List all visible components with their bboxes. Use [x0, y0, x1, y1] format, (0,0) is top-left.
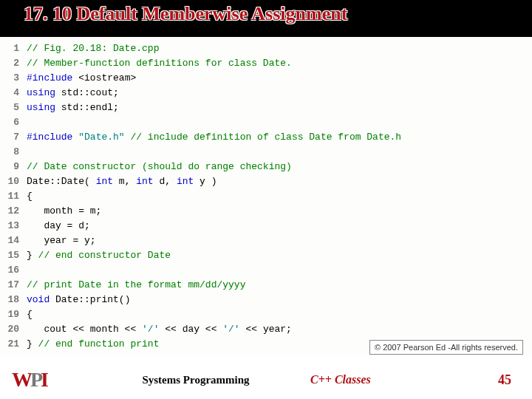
code-source: // Fig. 20.18: Date.cpp — [27, 41, 401, 56]
code-line: 12 month = m; — [0, 204, 401, 219]
code-line: 5using std::endl; — [0, 100, 401, 115]
code-line: 21} // end function print — [0, 337, 401, 352]
line-number: 11 — [0, 189, 27, 204]
code-line: 14 year = y; — [0, 233, 401, 248]
code-line: 11{ — [0, 189, 401, 204]
line-number: 13 — [0, 219, 27, 233]
code-line: 18void Date::print() — [0, 293, 401, 307]
line-number: 6 — [0, 115, 27, 130]
code-line: 17// print Date in the format mm/dd/yyyy — [0, 278, 401, 293]
code-source: day = d; — [27, 219, 401, 233]
code-line: 6 — [0, 115, 401, 130]
code-source — [27, 145, 401, 160]
code-line: 7#include "Date.h" // include definition… — [0, 130, 401, 145]
footer-topic: C++ Classes — [310, 373, 371, 386]
line-number: 12 — [0, 204, 27, 219]
code-line: 10Date::Date( int m, int d, int y ) — [0, 174, 401, 189]
footer: WPI Systems Programming C++ Classes 45 — [0, 365, 532, 395]
slide-title: 17. 10 Default Memberwise Assignment — [24, 3, 347, 25]
line-number: 9 — [0, 160, 27, 174]
code-source — [27, 115, 401, 130]
code-source: // Member-function definitions for class… — [27, 56, 401, 71]
line-number: 3 — [0, 71, 27, 86]
code-source: year = y; — [27, 233, 401, 248]
title-bar: 17. 10 Default Memberwise Assignment — [0, 0, 532, 37]
code-line: 9// Date constructor (should do range ch… — [0, 160, 401, 174]
line-number: 21 — [0, 337, 27, 352]
code-line: 15} // end constructor Date — [0, 248, 401, 263]
line-number: 5 — [0, 100, 27, 115]
code-source: using std::endl; — [27, 100, 401, 115]
line-number: 17 — [0, 278, 27, 293]
code-source: Date::Date( int m, int d, int y ) — [27, 174, 401, 189]
code-source: { — [27, 307, 401, 322]
code-line: 20 cout << month << '/' << day << '/' <<… — [0, 322, 401, 337]
code-source: // print Date in the format mm/dd/yyyy — [27, 278, 401, 293]
line-number: 18 — [0, 293, 27, 307]
code-source: #include <iostream> — [27, 71, 401, 86]
copyright-notice: © 2007 Pearson Ed -All rights reserved. — [369, 340, 523, 355]
code-line: 4using std::cout; — [0, 86, 401, 100]
code-source: void Date::print() — [27, 293, 401, 307]
code-source: // Date constructor (should do range che… — [27, 160, 401, 174]
code-source: using std::cout; — [27, 86, 401, 100]
code-line: 16 — [0, 263, 401, 278]
line-number: 1 — [0, 41, 27, 56]
line-number: 19 — [0, 307, 27, 322]
code-source: } // end constructor Date — [27, 248, 401, 263]
code-line: 13 day = d; — [0, 219, 401, 233]
code-source: #include "Date.h" // include definition … — [27, 130, 401, 145]
line-number: 20 — [0, 322, 27, 337]
code-table: 1// Fig. 20.18: Date.cpp2// Member-funct… — [0, 41, 401, 352]
code-source: } // end function print — [27, 337, 401, 352]
code-source — [27, 263, 401, 278]
line-number: 7 — [0, 130, 27, 145]
footer-center: Systems Programming — [81, 374, 310, 386]
code-line: 1// Fig. 20.18: Date.cpp — [0, 41, 401, 56]
code-line: 2// Member-function definitions for clas… — [0, 56, 401, 71]
line-number: 4 — [0, 86, 27, 100]
wpi-logo: WPI — [0, 368, 81, 392]
code-line: 3#include <iostream> — [0, 71, 401, 86]
line-number: 2 — [0, 56, 27, 71]
line-number: 14 — [0, 233, 27, 248]
line-number: 10 — [0, 174, 27, 189]
code-source: { — [27, 189, 401, 204]
line-number: 15 — [0, 248, 27, 263]
line-number: 8 — [0, 145, 27, 160]
footer-right: C++ Classes 45 — [310, 372, 532, 388]
code-listing: 1// Fig. 20.18: Date.cpp2// Member-funct… — [0, 37, 532, 356]
code-line: 19{ — [0, 307, 401, 322]
code-source: month = m; — [27, 204, 401, 219]
page-number: 45 — [498, 372, 511, 388]
code-source: cout << month << '/' << day << '/' << ye… — [27, 322, 401, 337]
code-line: 8 — [0, 145, 401, 160]
line-number: 16 — [0, 263, 27, 278]
